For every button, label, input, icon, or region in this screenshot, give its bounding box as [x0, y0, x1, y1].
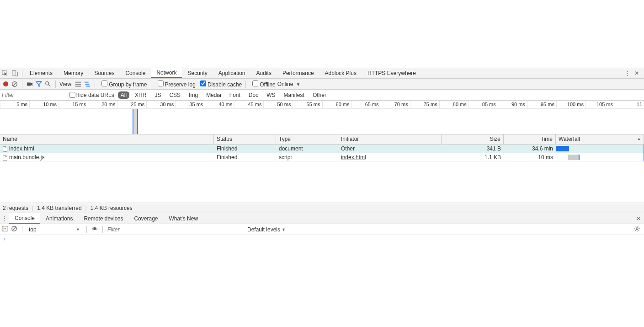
th-time[interactable]: Time	[504, 134, 556, 144]
tab-elements[interactable]: Elements	[24, 68, 58, 78]
th-name[interactable]: Name	[0, 134, 214, 144]
device-toolbar-icon[interactable]	[10, 68, 20, 78]
group-by-frame-label: Group by frame	[109, 81, 147, 88]
timeline-tick: 75 ms	[410, 101, 439, 108]
cell-name: index.html	[0, 145, 214, 152]
timeline-tick: 95 ms	[527, 101, 556, 108]
tab-application[interactable]: Application	[213, 68, 251, 78]
filter-type-css[interactable]: CSS	[166, 91, 183, 99]
tab-security[interactable]: Security	[182, 68, 213, 78]
svg-point-6	[46, 81, 49, 85]
filter-input[interactable]	[0, 90, 68, 100]
svg-rect-8	[75, 81, 81, 82]
throttling-select[interactable]: Online▼	[277, 81, 301, 87]
timeline-tick: 80 ms	[439, 101, 468, 108]
svg-rect-2	[15, 72, 17, 76]
th-waterfall[interactable]: Waterfall	[556, 134, 644, 144]
preserve-log-label: Preserve log	[165, 81, 196, 88]
console-settings-icon[interactable]	[634, 225, 640, 233]
th-type[interactable]: Type	[276, 134, 338, 144]
tab-memory[interactable]: Memory	[58, 68, 89, 78]
timeline-tick: 15 ms	[59, 101, 88, 108]
console-context-select[interactable]: top▼	[27, 226, 82, 233]
initiator-link[interactable]: index.html	[341, 154, 366, 161]
requests-summary: 2 requests | 1.4 KB transferred | 1.4 KB…	[0, 203, 644, 213]
filter-type-font[interactable]: Font	[227, 91, 243, 99]
console-sidebar-icon[interactable]	[2, 225, 8, 233]
live-expression-icon[interactable]	[91, 225, 98, 233]
console-levels-select[interactable]: Default levels▼	[247, 226, 286, 233]
tab-network[interactable]: Network	[151, 68, 182, 78]
filter-type-manifest[interactable]: Manifest	[281, 91, 307, 99]
cell-status: Finished	[214, 154, 276, 161]
devtools-tabbar: ElementsMemorySourcesConsoleNetworkSecur…	[0, 68, 644, 79]
summary-transferred: 1.4 KB transferred	[37, 205, 81, 211]
filter-type-other[interactable]: Other	[310, 91, 329, 99]
timeline-tick: 5 ms	[0, 101, 29, 108]
timeline-tick: 90 ms	[498, 101, 527, 108]
svg-rect-11	[85, 81, 89, 82]
filter-type-img[interactable]: Img	[186, 91, 201, 99]
record-icon[interactable]	[2, 80, 9, 88]
tab-adblock-plus[interactable]: Adblock Plus	[319, 68, 362, 78]
tab-https-everywhere[interactable]: HTTPS Everywhere	[362, 68, 421, 78]
tab-audits[interactable]: Audits	[251, 68, 277, 78]
drawer-tab-coverage[interactable]: Coverage	[128, 213, 163, 224]
tab-console[interactable]: Console	[120, 68, 151, 78]
th-status[interactable]: Status	[214, 134, 276, 144]
tab-sources[interactable]: Sources	[89, 68, 120, 78]
clear-icon[interactable]	[11, 80, 18, 88]
preserve-log-checkbox[interactable]: Preserve log	[155, 80, 196, 88]
hide-data-urls-label: Hide data URLs	[75, 92, 114, 98]
svg-rect-9	[75, 84, 81, 85]
svg-point-19	[636, 228, 638, 230]
filter-type-ws[interactable]: WS	[264, 91, 278, 99]
timeline-overview[interactable]: 5 ms10 ms15 ms20 ms25 ms30 ms35 ms40 ms4…	[0, 101, 644, 134]
drawer-tab-console[interactable]: Console	[9, 213, 40, 224]
requests-table-header: Name Status Type Initiator Size Time Wat…	[0, 134, 644, 145]
network-filter-bar: Hide data URLs AllXHRJSCSSImgMediaFontDo…	[0, 90, 644, 101]
drawer-tab-remote-devices[interactable]: Remote devices	[78, 213, 128, 224]
camera-icon[interactable]	[26, 80, 33, 88]
search-icon[interactable]	[44, 80, 52, 88]
more-menu-icon[interactable]: ⋮	[623, 70, 632, 76]
offline-label: Offline	[260, 81, 275, 88]
waterfall-view-icon[interactable]	[84, 80, 91, 88]
requests-table: Name Status Type Initiator Size Time Wat…	[0, 134, 644, 203]
hide-data-urls-checkbox[interactable]: Hide data URLs	[69, 92, 114, 98]
page-content-area	[0, 0, 644, 68]
console-filter-input[interactable]	[107, 226, 245, 233]
timeline-tick: 65 ms	[351, 101, 381, 108]
timeline-tick: 45 ms	[234, 101, 263, 108]
offline-checkbox[interactable]: Offline	[250, 80, 275, 88]
svg-point-18	[93, 227, 96, 230]
timeline-tick: 20 ms	[88, 101, 117, 108]
drawer-tabbar: ⋮ ConsoleAnimationsRemote devicesCoverag…	[0, 213, 644, 224]
drawer-tab-animations[interactable]: Animations	[40, 213, 78, 224]
tab-performance[interactable]: Performance	[277, 68, 319, 78]
disable-cache-checkbox[interactable]: Disable cache	[197, 80, 242, 88]
cell-name: main.bundle.js	[0, 154, 214, 161]
th-initiator[interactable]: Initiator	[338, 134, 442, 144]
filter-type-doc[interactable]: Doc	[246, 91, 261, 99]
large-rows-icon[interactable]	[75, 80, 82, 88]
table-row[interactable]: main.bundle.jsFinishedscriptindex.html1.…	[0, 153, 644, 162]
filter-type-media[interactable]: Media	[203, 91, 224, 99]
group-by-frame-checkbox[interactable]: Group by frame	[99, 80, 147, 88]
table-row[interactable]: index.htmlFinisheddocumentOther341 B34.6…	[0, 145, 644, 153]
close-devtools-icon[interactable]: ✕	[632, 70, 641, 76]
console-body[interactable]: ›	[0, 235, 644, 313]
console-clear-icon[interactable]	[11, 225, 17, 233]
timeline-ticks: 5 ms10 ms15 ms20 ms25 ms30 ms35 ms40 ms4…	[0, 101, 644, 109]
filter-type-js[interactable]: JS	[152, 91, 164, 99]
th-size[interactable]: Size	[442, 134, 504, 144]
filter-type-xhr[interactable]: XHR	[132, 91, 149, 99]
drawer-more-icon[interactable]: ⋮	[0, 213, 9, 224]
filter-icon[interactable]	[35, 80, 43, 88]
drawer-tab-what-s-new[interactable]: What's New	[163, 213, 203, 224]
inspect-element-icon[interactable]	[0, 68, 10, 78]
network-toolbar: View: Group by frame Preserve log Disabl…	[0, 79, 644, 90]
drawer-close-icon[interactable]: ✕	[633, 213, 644, 224]
filter-type-all[interactable]: All	[118, 91, 129, 99]
timeline-tick: 85 ms	[468, 101, 498, 108]
